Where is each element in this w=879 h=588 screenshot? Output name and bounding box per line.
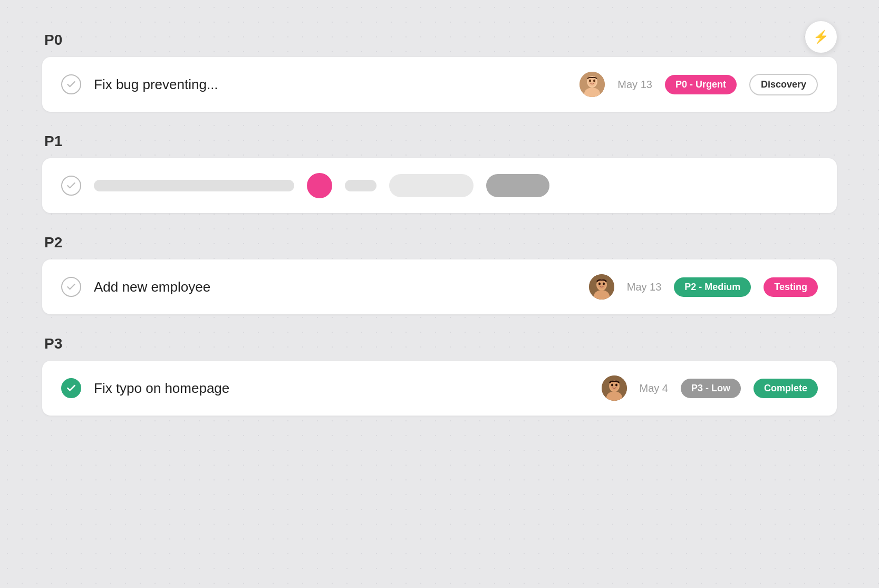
svg-point-16 <box>611 384 613 387</box>
status-badge[interactable]: Testing <box>764 277 818 297</box>
priority-badge[interactable]: P0 - Urgent <box>665 75 737 94</box>
priority-badge[interactable]: P2 - Medium <box>674 277 751 297</box>
svg-point-5 <box>593 80 595 82</box>
task-title: Add new employee <box>94 279 576 295</box>
lightning-icon: ⚡ <box>813 30 829 44</box>
section-p3: P3Fix typo on homepage May 4P3 - LowComp… <box>42 335 837 416</box>
app-container: P0Fix bug preventing... May 13P0 - Urgen… <box>42 32 837 416</box>
avatar <box>579 72 605 97</box>
avatar <box>602 375 627 401</box>
task-checkbox[interactable] <box>61 277 81 297</box>
section-label-p2: P2 <box>42 234 837 251</box>
task-date: May 13 <box>617 79 652 91</box>
svg-point-10 <box>598 283 601 285</box>
svg-point-8 <box>597 280 606 290</box>
svg-point-17 <box>615 384 617 387</box>
skeleton-priority-badge <box>389 174 474 197</box>
section-p1: P1 <box>42 133 837 213</box>
section-p0: P0Fix bug preventing... May 13P0 - Urgen… <box>42 32 837 112</box>
section-label-p3: P3 <box>42 335 837 352</box>
task-card[interactable]: Fix typo on homepage May 4P3 - LowComple… <box>42 361 837 416</box>
avatar <box>589 274 614 300</box>
section-p2: P2Add new employee May 13P2 - MediumTest… <box>42 234 837 314</box>
section-label-p1: P1 <box>42 133 837 150</box>
task-checkbox[interactable] <box>61 74 81 94</box>
task-title: Fix bug preventing... <box>94 76 567 93</box>
status-badge[interactable]: Discovery <box>749 74 818 95</box>
svg-point-2 <box>588 77 596 86</box>
task-checkbox[interactable] <box>61 378 81 398</box>
status-badge[interactable]: Complete <box>754 379 818 398</box>
section-label-p0: P0 <box>42 32 837 49</box>
priority-badge[interactable]: P3 - Low <box>681 379 741 398</box>
skeleton-date <box>345 180 376 191</box>
task-card[interactable] <box>42 158 837 213</box>
svg-point-14 <box>610 381 619 391</box>
avatar-placeholder <box>307 173 332 198</box>
skeleton-text <box>94 180 294 191</box>
task-checkbox[interactable] <box>61 176 81 196</box>
task-date: May 13 <box>627 281 662 293</box>
flash-button[interactable]: ⚡ <box>805 21 837 53</box>
task-date: May 4 <box>640 382 668 394</box>
task-title: Fix typo on homepage <box>94 380 589 397</box>
svg-point-4 <box>589 80 591 82</box>
task-card[interactable]: Add new employee May 13P2 - MediumTestin… <box>42 259 837 314</box>
task-card[interactable]: Fix bug preventing... May 13P0 - UrgentD… <box>42 57 837 112</box>
svg-point-11 <box>603 283 605 285</box>
skeleton-status-badge <box>486 174 549 197</box>
